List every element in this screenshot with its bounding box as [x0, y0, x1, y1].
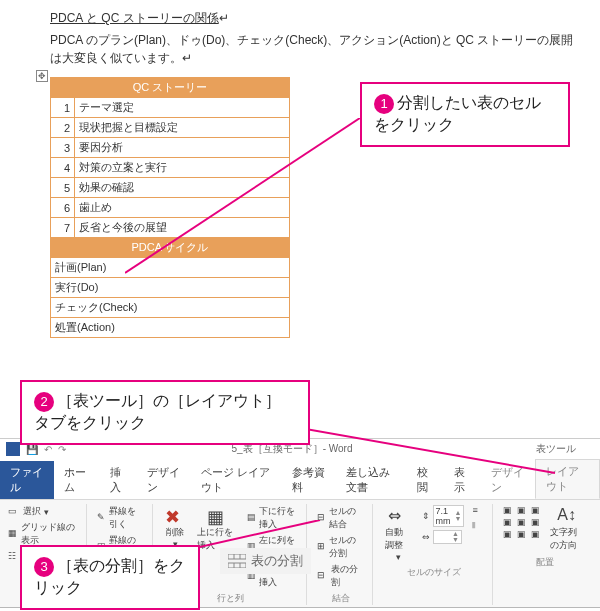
width-icon: ⇔ — [422, 532, 430, 542]
group-label-size: セルのサイズ — [381, 566, 486, 579]
callout-1: 1分割したい表のセルをクリック — [360, 82, 570, 147]
text-direction-icon: A↕ — [557, 506, 577, 526]
btn-autofit[interactable]: ⇔ 自動調整▾ — [381, 504, 415, 564]
merge-icon: ⊟ — [317, 512, 326, 524]
properties-icon: ☷ — [8, 551, 20, 563]
group-cell-size: ⇔ 自動調整▾ ⇕ 7.1 mm▲▼ ⇔ ▲▼ ≡ ⦀ セルのサイズ — [381, 504, 493, 605]
svg-rect-4 — [228, 563, 246, 568]
callout-text-3: ［表の分割］をクリック — [34, 557, 185, 596]
callout-2: 2［表ツール］の［レイアウト］タブをクリック — [20, 380, 310, 445]
align-tl[interactable]: ▣ — [501, 504, 514, 516]
tab-references[interactable]: 参考資料 — [282, 461, 336, 499]
align-br[interactable]: ▣ — [529, 528, 542, 540]
autofit-icon: ⇔ — [388, 506, 408, 526]
qat-undo-icon[interactable]: ↶ — [44, 444, 52, 455]
qc-header[interactable]: QC ストーリー — [51, 78, 290, 98]
btn-merge-cells[interactable]: ⊟セルの結合 — [315, 504, 367, 532]
align-ml[interactable]: ▣ — [501, 516, 514, 528]
btn-split-cells[interactable]: ⊞セルの分割 — [315, 533, 367, 561]
context-tab-title: 表ツール — [518, 441, 594, 457]
svg-rect-3 — [228, 554, 246, 559]
delete-icon: ✖ — [165, 506, 185, 526]
group-label-align: 配置 — [501, 556, 588, 569]
btn-text-direction[interactable]: A↕ 文字列の方向 — [546, 504, 588, 554]
align-mc[interactable]: ▣ — [515, 516, 528, 528]
tab-home[interactable]: ホーム — [54, 461, 100, 499]
group-alignment: ▣▣▣ ▣▣▣ ▣▣▣ A↕ 文字列の方向 配置 — [501, 504, 594, 605]
align-bc[interactable]: ▣ — [515, 528, 528, 540]
callout-3: 3［表の分割］をクリック — [20, 545, 200, 608]
insert-above-icon: ▦ — [207, 506, 227, 526]
pencil-icon: ✎ — [97, 512, 106, 524]
insert-below-icon: ▤ — [247, 512, 256, 524]
qat-save-icon[interactable]: 💾 — [26, 444, 38, 455]
callout-text-2: ［表ツール］の［レイアウト］タブをクリック — [34, 392, 281, 431]
grid-icon: ▦ — [8, 528, 18, 540]
distribute-cols-icon: ⦀ — [472, 520, 484, 532]
btn-split-table[interactable]: ⊟表の分割 — [315, 562, 367, 590]
tab-table-design[interactable]: デザイン — [481, 461, 535, 499]
callout-badge-1: 1 — [374, 94, 394, 114]
tab-design[interactable]: デザイン — [137, 461, 191, 499]
width-field[interactable]: ⇔ ▲▼ — [420, 529, 467, 545]
qc-table[interactable]: QC ストーリー 1テーマ選定 2現状把握と目標設定 3要因分析 4対策の立案と… — [50, 77, 290, 338]
word-app-icon — [6, 442, 20, 456]
qat-redo-icon[interactable]: ↷ — [58, 444, 66, 455]
align-tc[interactable]: ▣ — [515, 504, 528, 516]
split-table-icon: ⊟ — [317, 570, 328, 582]
align-mr[interactable]: ▣ — [529, 516, 542, 528]
btn-draw-border[interactable]: ✎罫線を引く — [95, 504, 147, 532]
doc-title: PDCA と QC ストーリーの関係↵ — [50, 10, 580, 27]
split-table-preview: 表の分割 — [220, 548, 311, 574]
tab-table-layout[interactable]: レイアウト — [535, 459, 600, 499]
callout-badge-2: 2 — [34, 392, 54, 412]
btn-view-gridlines[interactable]: ▦グリッド線の表示 — [6, 520, 80, 548]
group-merge: ⊟セルの結合 ⊞セルの分割 ⊟表の分割 結合 — [315, 504, 374, 605]
height-field[interactable]: ⇕ 7.1 mm▲▼ — [420, 504, 467, 528]
btn-distribute-cols[interactable]: ⦀ — [470, 519, 486, 533]
distribute-rows-icon: ≡ — [472, 505, 484, 517]
split-table-label: 表の分割 — [251, 552, 303, 570]
btn-insert-below[interactable]: ▤下に行を挿入 — [245, 504, 299, 532]
align-tr[interactable]: ▣ — [529, 504, 542, 516]
align-bl[interactable]: ▣ — [501, 528, 514, 540]
btn-distribute-rows[interactable]: ≡ — [470, 504, 486, 518]
tab-mailings[interactable]: 差し込み文書 — [336, 461, 407, 499]
pdca-header[interactable]: PDCA サイクル — [51, 238, 290, 258]
tab-view[interactable]: 表示 — [444, 461, 481, 499]
split-cells-icon: ⊞ — [317, 541, 326, 553]
doc-paragraph: PDCA のプラン(Plan)、ドゥ(Do)、チェック(Check)、アクション… — [50, 31, 580, 67]
tab-page-layout[interactable]: ページ レイアウト — [191, 461, 282, 499]
select-icon: ▭ — [8, 506, 20, 518]
callout-text-1: 分割したい表のセルをクリック — [374, 94, 541, 133]
tab-review[interactable]: 校閲 — [407, 461, 444, 499]
group-label-merge: 結合 — [315, 592, 367, 605]
tab-insert[interactable]: 挿入 — [100, 461, 137, 499]
btn-select[interactable]: ▭選択 ▾ — [6, 504, 80, 519]
height-icon: ⇕ — [422, 511, 430, 521]
table-move-handle[interactable]: ✥ — [36, 70, 48, 82]
btn-delete[interactable]: ✖ 削除▾ — [161, 504, 189, 551]
callout-badge-3: 3 — [34, 557, 54, 577]
tab-file[interactable]: ファイル — [0, 461, 54, 499]
ribbon-tabs: ファイル ホーム 挿入 デザイン ページ レイアウト 参考資料 差し込み文書 校… — [0, 459, 600, 500]
btn-insert-above[interactable]: ▦ 上に行を挿入 — [193, 504, 241, 554]
split-table-icon — [228, 554, 246, 568]
